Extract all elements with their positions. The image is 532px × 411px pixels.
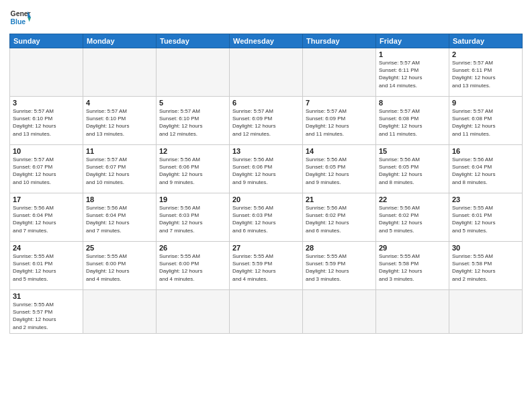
week-row-4: 17Sunrise: 5:56 AMSunset: 6:04 PMDayligh… [10, 193, 523, 242]
weekday-header-row: SundayMondayTuesdayWednesdayThursdayFrid… [10, 34, 523, 48]
calendar-cell [83, 48, 157, 97]
day-number: 19 [159, 195, 226, 203]
day-number: 31 [13, 292, 80, 300]
calendar-cell: 6Sunrise: 5:57 AMSunset: 6:09 PMDaylight… [230, 97, 303, 145]
calendar-cell: 5Sunrise: 5:57 AMSunset: 6:10 PMDaylight… [157, 97, 230, 145]
weekday-header-wednesday: Wednesday [230, 34, 303, 48]
day-info: Sunrise: 5:57 AMSunset: 6:11 PMDaylight:… [379, 59, 446, 89]
calendar-cell: 8Sunrise: 5:57 AMSunset: 6:08 PMDaylight… [376, 97, 449, 145]
calendar-cell: 23Sunrise: 5:55 AMSunset: 6:01 PMDayligh… [449, 193, 523, 242]
day-number: 24 [13, 244, 80, 252]
day-number: 18 [86, 195, 153, 203]
week-row-2: 3Sunrise: 5:57 AMSunset: 6:10 PMDaylight… [10, 97, 523, 145]
day-info: Sunrise: 5:57 AMSunset: 6:10 PMDaylight:… [13, 107, 80, 138]
day-number: 3 [13, 99, 80, 107]
day-info: Sunrise: 5:55 AMSunset: 6:00 PMDaylight:… [159, 253, 226, 283]
day-number: 21 [306, 195, 373, 203]
day-info: Sunrise: 5:56 AMSunset: 6:05 PMDaylight:… [306, 156, 373, 186]
day-info: Sunrise: 5:55 AMSunset: 5:59 PMDaylight:… [232, 253, 300, 283]
day-info: Sunrise: 5:56 AMSunset: 6:05 PMDaylight:… [379, 156, 446, 186]
calendar-cell: 11Sunrise: 5:57 AMSunset: 6:07 PMDayligh… [83, 145, 157, 193]
calendar-cell: 7Sunrise: 5:57 AMSunset: 6:09 PMDaylight… [303, 97, 376, 145]
day-number: 27 [232, 244, 300, 252]
calendar-cell: 4Sunrise: 5:57 AMSunset: 6:10 PMDaylight… [83, 97, 157, 145]
calendar-cell: 25Sunrise: 5:55 AMSunset: 6:00 PMDayligh… [83, 242, 157, 290]
calendar-cell [157, 290, 230, 334]
calendar-cell: 29Sunrise: 5:55 AMSunset: 5:58 PMDayligh… [376, 242, 449, 290]
day-info: Sunrise: 5:55 AMSunset: 6:00 PMDaylight:… [86, 253, 153, 283]
day-number: 23 [452, 195, 519, 203]
day-info: Sunrise: 5:55 AMSunset: 6:01 PMDaylight:… [452, 204, 519, 234]
day-number: 8 [379, 99, 446, 107]
day-info: Sunrise: 5:57 AMSunset: 6:10 PMDaylight:… [159, 107, 226, 138]
calendar-cell [376, 290, 449, 334]
day-number: 1 [379, 50, 446, 58]
calendar-cell: 12Sunrise: 5:56 AMSunset: 6:06 PMDayligh… [157, 145, 230, 193]
day-number: 16 [452, 147, 519, 155]
day-number: 7 [306, 99, 373, 107]
day-number: 10 [13, 147, 80, 155]
calendar-cell: 27Sunrise: 5:55 AMSunset: 5:59 PMDayligh… [230, 242, 303, 290]
day-info: Sunrise: 5:56 AMSunset: 6:02 PMDaylight:… [379, 204, 446, 234]
calendar-cell: 26Sunrise: 5:55 AMSunset: 6:00 PMDayligh… [157, 242, 230, 290]
weekday-header-saturday: Saturday [449, 34, 523, 48]
calendar-cell: 31Sunrise: 5:55 AMSunset: 5:57 PMDayligh… [10, 290, 83, 334]
weekday-header-thursday: Thursday [303, 34, 376, 48]
calendar-cell: 1Sunrise: 5:57 AMSunset: 6:11 PMDaylight… [376, 48, 449, 97]
calendar-cell: 18Sunrise: 5:56 AMSunset: 6:04 PMDayligh… [83, 193, 157, 242]
day-number: 15 [379, 147, 446, 155]
day-info: Sunrise: 5:57 AMSunset: 6:10 PMDaylight:… [86, 107, 153, 138]
day-info: Sunrise: 5:55 AMSunset: 5:59 PMDaylight:… [306, 253, 373, 283]
calendar-cell: 30Sunrise: 5:55 AMSunset: 5:58 PMDayligh… [449, 242, 523, 290]
day-info: Sunrise: 5:56 AMSunset: 6:02 PMDaylight:… [306, 204, 373, 234]
day-number: 11 [86, 147, 153, 155]
day-number: 22 [379, 195, 446, 203]
logo-icon: General Blue [9, 7, 31, 28]
day-info: Sunrise: 5:56 AMSunset: 6:04 PMDaylight:… [86, 204, 153, 234]
calendar-cell [157, 48, 230, 97]
day-number: 20 [232, 195, 300, 203]
calendar-cell [303, 48, 376, 97]
day-info: Sunrise: 5:57 AMSunset: 6:09 PMDaylight:… [232, 107, 300, 138]
weekday-header-sunday: Sunday [10, 34, 83, 48]
calendar-cell: 14Sunrise: 5:56 AMSunset: 6:05 PMDayligh… [303, 145, 376, 193]
calendar-cell: 24Sunrise: 5:55 AMSunset: 6:01 PMDayligh… [10, 242, 83, 290]
day-number: 28 [306, 244, 373, 252]
calendar-cell: 15Sunrise: 5:56 AMSunset: 6:05 PMDayligh… [376, 145, 449, 193]
calendar-cell: 22Sunrise: 5:56 AMSunset: 6:02 PMDayligh… [376, 193, 449, 242]
day-info: Sunrise: 5:56 AMSunset: 6:04 PMDaylight:… [13, 204, 80, 234]
weekday-header-monday: Monday [83, 34, 157, 48]
weekday-header-friday: Friday [376, 34, 449, 48]
week-row-5: 24Sunrise: 5:55 AMSunset: 6:01 PMDayligh… [10, 242, 523, 290]
day-number: 2 [452, 50, 519, 58]
day-info: Sunrise: 5:57 AMSunset: 6:07 PMDaylight:… [86, 156, 153, 186]
day-info: Sunrise: 5:56 AMSunset: 6:06 PMDaylight:… [159, 156, 226, 186]
week-row-3: 10Sunrise: 5:57 AMSunset: 6:07 PMDayligh… [10, 145, 523, 193]
day-info: Sunrise: 5:57 AMSunset: 6:07 PMDaylight:… [13, 156, 80, 186]
calendar-cell: 19Sunrise: 5:56 AMSunset: 6:03 PMDayligh… [157, 193, 230, 242]
day-number: 13 [232, 147, 300, 155]
calendar-cell: 28Sunrise: 5:55 AMSunset: 5:59 PMDayligh… [303, 242, 376, 290]
day-number: 29 [379, 244, 446, 252]
calendar-cell: 13Sunrise: 5:56 AMSunset: 6:06 PMDayligh… [230, 145, 303, 193]
calendar-cell: 9Sunrise: 5:57 AMSunset: 6:08 PMDaylight… [449, 97, 523, 145]
weekday-header-tuesday: Tuesday [157, 34, 230, 48]
calendar-cell [10, 48, 83, 97]
calendar-cell [230, 48, 303, 97]
header: General Blue [9, 7, 523, 28]
day-number: 14 [306, 147, 373, 155]
week-row-1: 1Sunrise: 5:57 AMSunset: 6:11 PMDaylight… [10, 48, 523, 97]
day-number: 4 [86, 99, 153, 107]
calendar-cell: 10Sunrise: 5:57 AMSunset: 6:07 PMDayligh… [10, 145, 83, 193]
calendar-cell: 20Sunrise: 5:56 AMSunset: 6:03 PMDayligh… [230, 193, 303, 242]
page: General Blue SundayMondayTuesdayWednesda… [0, 0, 532, 411]
day-info: Sunrise: 5:56 AMSunset: 6:04 PMDaylight:… [452, 156, 519, 186]
day-number: 12 [159, 147, 226, 155]
day-number: 26 [159, 244, 226, 252]
week-row-6: 31Sunrise: 5:55 AMSunset: 5:57 PMDayligh… [10, 290, 523, 334]
day-number: 5 [159, 99, 226, 107]
day-number: 30 [452, 244, 519, 252]
day-info: Sunrise: 5:57 AMSunset: 6:08 PMDaylight:… [452, 107, 519, 138]
calendar-cell [83, 290, 157, 334]
day-info: Sunrise: 5:55 AMSunset: 6:01 PMDaylight:… [13, 253, 80, 283]
